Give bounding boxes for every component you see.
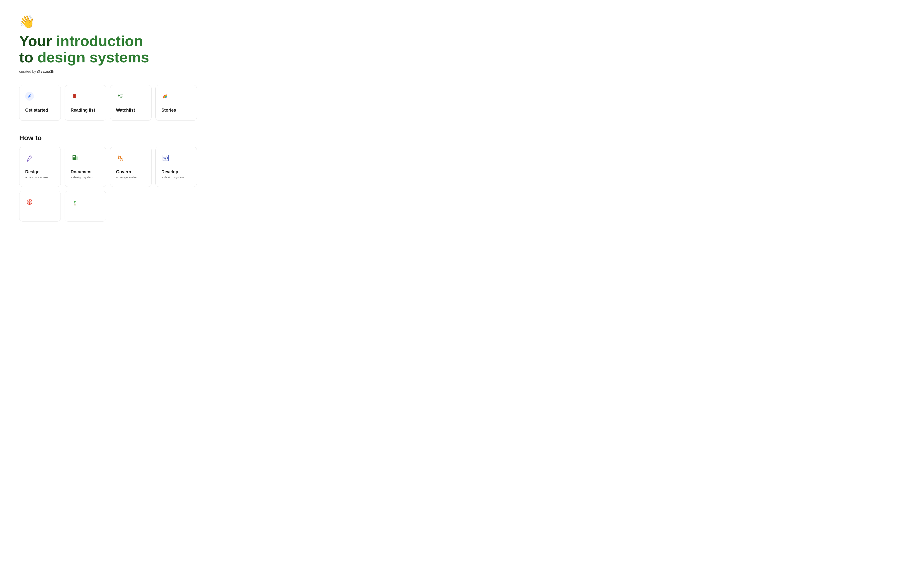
bookmark-icon [71,92,100,102]
svg-point-22 [73,205,76,205]
svg-point-9 [27,161,28,162]
watchlist-label: Watchlist [116,108,146,113]
svg-rect-11 [73,156,75,157]
card-design[interactable]: Design a design system [19,147,61,187]
reading-list-label: Reading list [71,108,100,113]
svg-rect-7 [120,97,122,98]
target-icon [25,198,55,208]
card-grow[interactable] [65,191,106,221]
card-reading-list[interactable]: Reading list [65,85,106,121]
code-icon [162,153,191,164]
stories-label: Stories [162,108,191,113]
svg-rect-2 [74,95,75,95]
document-icon [71,153,100,164]
svg-rect-6 [120,96,123,97]
card-develop[interactable]: Develop a design system [155,147,197,187]
plant-icon [71,198,100,208]
govern-sublabel: a design system [116,175,146,179]
bottom-cards-row [19,191,197,221]
card-stories[interactable]: Stories [155,85,197,121]
card-watchlist[interactable]: Watchlist [110,85,152,121]
card-measure[interactable] [19,191,61,221]
how-to-cards-grid: Design a design system Document a design… [19,147,197,187]
svg-marker-4 [118,95,120,97]
svg-rect-5 [120,95,123,95]
playlist-icon [116,92,146,102]
gears-icon [116,153,146,164]
svg-rect-3 [74,96,75,96]
design-sublabel: a design system [25,175,55,179]
svg-rect-14 [76,157,78,160]
wave-emoji: 👋 [19,15,197,29]
pen-icon [25,153,55,164]
svg-rect-13 [73,158,75,159]
svg-point-1 [30,95,31,96]
top-cards-grid: Get started Reading list Watchlist [19,85,197,121]
curated-by-text: curated by @saura3h [19,69,197,73]
card-get-started[interactable]: Get started [19,85,61,121]
rainbow-icon [162,92,191,102]
develop-sublabel: a design system [162,175,191,179]
design-label: Design [25,170,55,174]
svg-line-21 [29,201,31,202]
document-label: Document [71,170,100,174]
develop-label: Develop [162,170,191,174]
how-to-title: How to [19,134,197,142]
card-govern[interactable]: Govern a design system [110,147,152,187]
document-sublabel: a design system [71,175,100,179]
svg-rect-8 [163,98,170,99]
get-started-label: Get started [25,108,55,113]
hero-title: Your introduction to design systems [19,33,197,66]
card-document[interactable]: Document a design system [65,147,106,187]
govern-label: Govern [116,170,146,174]
author-handle: @saura3h [37,69,54,73]
rocket-icon [25,92,55,102]
svg-rect-12 [73,158,76,158]
